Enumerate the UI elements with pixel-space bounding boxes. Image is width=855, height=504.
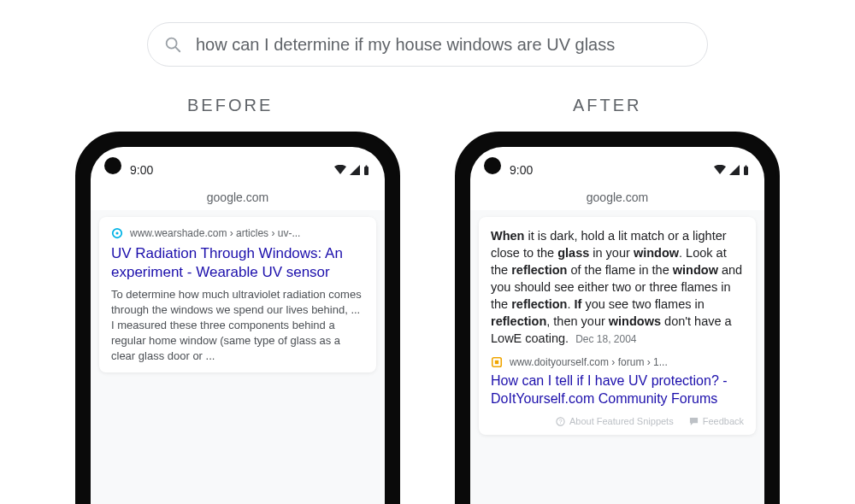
result-title-link[interactable]: How can I tell if I have UV protection? … — [491, 372, 744, 407]
phone-screen: 9:00 google — [470, 147, 764, 504]
address-bar[interactable]: google.com — [470, 185, 764, 210]
after-label: AFTER — [573, 96, 642, 115]
address-text: google.com — [207, 190, 268, 204]
wifi-icon — [334, 165, 346, 175]
svg-line-1 — [176, 48, 180, 52]
feedback-link[interactable]: Feedback — [689, 416, 744, 426]
breadcrumb-text: www.doityourself.com › forum › 1... — [510, 356, 668, 368]
favicon-icon — [111, 227, 123, 239]
help-icon: ? — [556, 417, 565, 426]
camera-cutout-icon — [104, 157, 121, 174]
feedback-icon — [689, 417, 699, 426]
svg-point-0 — [167, 38, 177, 49]
phone-screen: 9:00 google — [91, 147, 385, 504]
about-featured-snippets-link[interactable]: ? About Featured Snippets — [556, 416, 674, 426]
phone-after: 9:00 google — [455, 132, 780, 504]
svg-rect-3 — [366, 166, 368, 167]
svg-rect-6 — [744, 167, 748, 175]
search-bar[interactable]: how can I determine if my house windows … — [147, 22, 708, 67]
wifi-icon — [714, 165, 726, 175]
breadcrumb: www.doityourself.com › forum › 1... — [491, 356, 744, 368]
camera-cutout-icon — [484, 157, 501, 174]
status-bar: 9:00 — [470, 147, 764, 185]
address-text: google.com — [587, 190, 648, 204]
before-label: BEFORE — [187, 96, 273, 115]
svg-text:?: ? — [558, 418, 562, 425]
feedback-text: Feedback — [703, 416, 744, 426]
svg-rect-7 — [746, 166, 747, 167]
breadcrumb: www.wearshade.com › articles › uv-... — [111, 227, 364, 239]
phone-before: 9:00 google — [75, 132, 400, 504]
about-text: About Featured Snippets — [569, 416, 674, 426]
breadcrumb-text: www.wearshade.com › articles › uv-... — [130, 227, 300, 239]
address-bar[interactable]: google.com — [91, 185, 385, 210]
search-results: When it is dark, hold a lit match or a l… — [470, 210, 764, 504]
clock-text: 9:00 — [130, 163, 153, 177]
featured-snippet-date: Dec 18, 2004 — [575, 333, 636, 345]
clock-text: 9:00 — [510, 163, 533, 177]
favicon-icon — [491, 356, 503, 368]
result-card[interactable]: www.wearshade.com › articles › uv-... UV… — [99, 217, 376, 372]
featured-snippet-card[interactable]: When it is dark, hold a lit match or a l… — [479, 217, 756, 435]
featured-snippet-text: When it is dark, hold a lit match or a l… — [491, 227, 744, 348]
search-query-text: how can I determine if my house windows … — [196, 35, 615, 55]
result-snippet: To determine how much ultraviolet radiat… — [111, 287, 364, 364]
result-title-link[interactable]: UV Radiation Through Windows: An experim… — [111, 244, 364, 282]
svg-rect-9 — [495, 360, 498, 364]
signal-icon — [350, 165, 360, 175]
battery-icon — [743, 165, 749, 175]
signal-icon — [729, 165, 740, 175]
svg-point-5 — [115, 231, 118, 234]
search-icon — [163, 35, 182, 54]
status-bar: 9:00 — [91, 147, 385, 185]
search-results: www.wearshade.com › articles › uv-... UV… — [91, 210, 385, 504]
svg-rect-2 — [364, 167, 369, 175]
phone-frame: 9:00 google — [455, 132, 780, 504]
phone-frame: 9:00 google — [75, 132, 400, 504]
battery-icon — [363, 165, 369, 175]
